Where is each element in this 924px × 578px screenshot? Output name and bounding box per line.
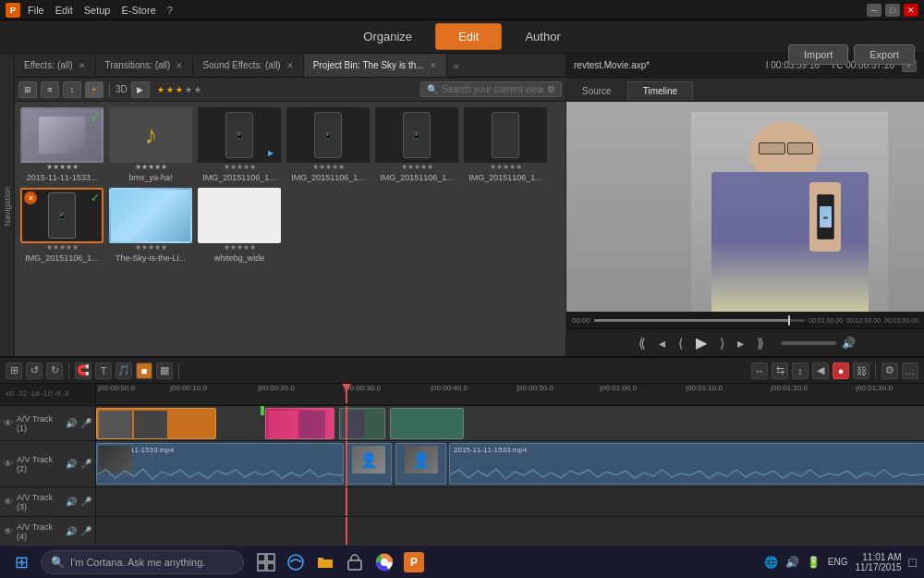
track-speaker-icon[interactable]: 🔊 xyxy=(66,497,77,507)
menu-edit[interactable]: Edit xyxy=(55,5,73,16)
track-eye-icon[interactable]: 👁 xyxy=(4,418,13,428)
import-button[interactable]: Import xyxy=(788,44,848,65)
tab-projectbin[interactable]: Project Bin: The Sky is th... ✕ xyxy=(304,54,447,77)
timeline-tool-undo[interactable]: ↺ xyxy=(26,363,43,379)
track-eye-icon[interactable]: 👁 xyxy=(4,459,13,469)
organize-tab[interactable]: Organize xyxy=(340,23,435,50)
timeline-tool-menu[interactable]: ▦ xyxy=(156,363,173,379)
preview-scrubber[interactable]: 00:00 00:01:00.00 00:02:00.00 00:03:00.0… xyxy=(566,312,924,328)
timeline-tool-right1[interactable]: ↔ xyxy=(751,363,768,379)
timeline-tool-extra1[interactable]: ⚙ xyxy=(881,363,898,379)
media-item[interactable]: 📱 ✓ ✕ ★★★★★ IMG_20151106_1... xyxy=(20,188,103,263)
clip[interactable]: 👤 xyxy=(346,443,392,485)
add-media-button[interactable]: + xyxy=(85,81,103,98)
track-1-body[interactable] xyxy=(96,406,924,440)
minimize-button[interactable]: ─ xyxy=(867,4,881,17)
edit-tab[interactable]: Edit xyxy=(435,23,502,50)
timeline-tab[interactable]: Timeline xyxy=(627,81,693,101)
date-display: 11/17/2015 xyxy=(855,562,901,572)
timeline-tool-chain[interactable]: ⛓ xyxy=(853,363,869,379)
export-button[interactable]: Export xyxy=(854,44,915,65)
grid-view-button[interactable]: ⊞ xyxy=(18,81,37,98)
timeline-tool-right3[interactable]: ↕ xyxy=(792,363,808,379)
menu-estore[interactable]: E-Store xyxy=(121,5,155,16)
source-tab[interactable]: Source xyxy=(566,81,627,101)
track-speaker-icon[interactable]: 🔊 xyxy=(66,418,77,428)
clip[interactable] xyxy=(390,408,464,439)
close-icon[interactable]: ✕ xyxy=(430,61,437,70)
step-back-button[interactable]: ⟨ xyxy=(675,334,687,352)
timeline-tool-magnet[interactable]: 🧲 xyxy=(75,363,91,379)
search-settings-icon[interactable]: ⚙ xyxy=(547,84,555,94)
notification-icon[interactable]: □ xyxy=(909,555,917,570)
tab-effects[interactable]: Effects: (all) ✕ xyxy=(15,54,96,77)
tab-soundfx[interactable]: Sound Effects: (all) ✕ xyxy=(193,54,303,77)
track-speaker-icon[interactable]: 🔊 xyxy=(66,526,77,536)
media-item[interactable]: ♪ ★★★★★ bmx_ya-ha! xyxy=(109,107,192,182)
clip[interactable]: 👤 xyxy=(395,443,446,485)
media-item[interactable]: ★★★★★ The-Sky-is-the-Li... xyxy=(109,188,192,263)
start-button[interactable]: ⊞ xyxy=(7,548,35,576)
media-item[interactable]: 📱 ▶ ★★★★★ IMG_20151106_1... xyxy=(198,107,281,182)
maximize-button[interactable]: □ xyxy=(885,4,900,17)
next-frame-button[interactable]: ▸ xyxy=(734,334,748,352)
track-mute-icon[interactable]: 🎤 xyxy=(80,526,91,536)
timeline-tool-color[interactable]: ■ xyxy=(136,363,152,379)
timeline-tool-audio[interactable]: 🎵 xyxy=(116,363,132,379)
clip[interactable] xyxy=(96,408,216,439)
store-icon[interactable] xyxy=(342,549,368,575)
clip-main[interactable]: 2015-11-11-1533.mp4 xyxy=(96,443,344,485)
timeline-tool-extra2[interactable]: … xyxy=(902,363,918,379)
track-eye-icon[interactable]: 👁 xyxy=(4,526,13,536)
track-3-body[interactable] xyxy=(96,487,924,516)
close-button[interactable]: ✕ xyxy=(904,4,918,17)
tab-add-button[interactable]: » xyxy=(447,54,466,77)
media-item[interactable]: ✓ ★★★★★ 2015-11-11-1533... xyxy=(20,107,103,182)
media-item[interactable]: 📱 ★★★★★ IMG_20151106_1... xyxy=(375,107,458,182)
pinnacle-icon[interactable]: P xyxy=(401,549,427,575)
close-icon[interactable]: ✕ xyxy=(176,61,183,70)
track-mute-icon[interactable]: 🎤 xyxy=(80,497,91,507)
edge-browser-icon[interactable] xyxy=(283,549,309,575)
step-forward-button[interactable]: ⟩ xyxy=(716,334,728,352)
track-mute-icon[interactable]: 🎤 xyxy=(80,418,91,428)
track-speaker-icon[interactable]: 🔊 xyxy=(66,459,77,469)
close-icon[interactable]: ✕ xyxy=(79,61,86,70)
timeline-record-button[interactable]: ● xyxy=(833,363,849,379)
taskbar-search[interactable]: 🔍 I'm Cortana. Ask me anything. xyxy=(41,550,244,574)
go-end-button[interactable]: ⟫ xyxy=(753,334,768,352)
clip[interactable] xyxy=(265,408,334,439)
list-view-button[interactable]: ≡ xyxy=(41,81,59,98)
chrome-icon[interactable] xyxy=(371,549,397,575)
author-tab[interactable]: Author xyxy=(502,23,583,50)
timeline-tool-redo[interactable]: ↻ xyxy=(46,363,63,379)
volume-icon[interactable]: 🔊 xyxy=(842,337,856,350)
track-2-body[interactable]: 2015-11-11-1533.mp4 👤 xyxy=(96,441,924,486)
volume-slider[interactable] xyxy=(781,341,836,345)
menu-setup[interactable]: Setup xyxy=(84,5,111,16)
close-icon[interactable]: ✕ xyxy=(286,61,294,70)
media-item[interactable]: ★★★★★ whitebg_wide xyxy=(198,188,281,263)
preview-progress-bar[interactable] xyxy=(594,319,805,322)
track-eye-icon[interactable]: 👁 xyxy=(4,497,13,507)
media-item[interactable]: ★★★★★ IMG_20151106_1... xyxy=(464,107,547,182)
file-explorer-icon[interactable] xyxy=(312,549,338,575)
play-button[interactable]: ▶ xyxy=(692,332,711,353)
prev-frame-button[interactable]: ◂ xyxy=(655,334,669,352)
task-view-button[interactable] xyxy=(253,549,279,575)
timeline-scroll-left[interactable]: ◀ xyxy=(812,363,829,379)
clip-long[interactable]: 2015-11-11-1533.mp4 xyxy=(449,443,924,485)
timeline-tool-grid[interactable]: ⊞ xyxy=(6,363,22,379)
timeline-tool-right2[interactable]: ⇆ xyxy=(772,363,788,379)
search-input[interactable] xyxy=(442,84,543,94)
timeline-tool-text[interactable]: T xyxy=(95,363,112,379)
go-start-button[interactable]: ⟪ xyxy=(635,334,650,352)
help-icon[interactable]: ? xyxy=(167,5,173,16)
track-mute-icon[interactable]: 🎤 xyxy=(80,459,91,469)
tab-transitions[interactable]: Transitions: (all) ✕ xyxy=(96,54,194,77)
menu-file[interactable]: File xyxy=(28,5,44,16)
track-4-body[interactable] xyxy=(96,517,924,546)
media-item[interactable]: 📱 ★★★★★ IMG_20151106_1... xyxy=(286,107,370,182)
3d-toggle[interactable]: ▶ xyxy=(131,81,150,98)
sort-button[interactable]: ↕ xyxy=(63,81,81,98)
